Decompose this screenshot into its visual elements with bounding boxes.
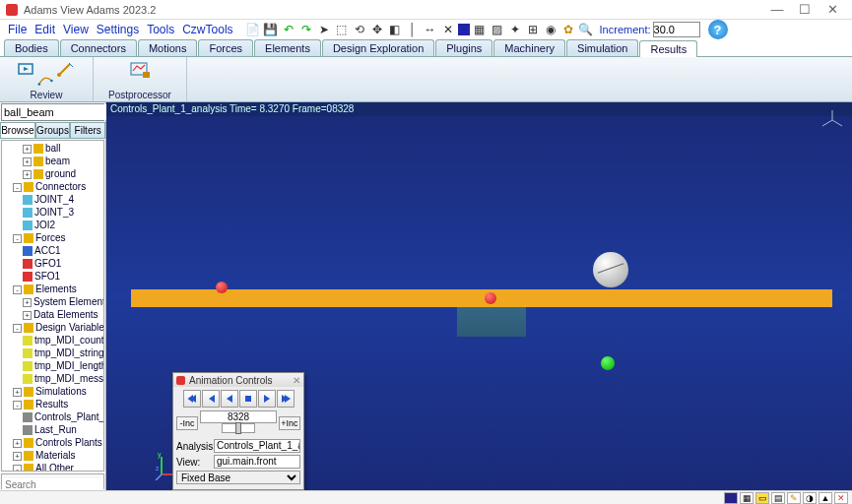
fill-icon[interactable] — [458, 24, 470, 35]
tab-bodies[interactable]: Bodies — [4, 39, 59, 56]
tree-materials[interactable]: +Materials — [3, 449, 102, 462]
tree-connectors[interactable]: -Connectors — [3, 180, 102, 193]
tab-motions[interactable]: Motions — [138, 39, 198, 56]
status-icon-5[interactable]: ✎ — [787, 492, 801, 504]
scrubber-thumb[interactable] — [235, 422, 241, 434]
tree-results-last[interactable]: Last_Run — [3, 423, 102, 436]
rewind-start-button[interactable] — [183, 390, 201, 408]
curve-icon[interactable] — [36, 72, 56, 90]
sidebar-tab-browse[interactable]: Browse — [0, 122, 35, 139]
model-selector[interactable]: ▼ — [1, 103, 104, 121]
tree-dv-string[interactable]: tmp_MDI_string — [3, 346, 102, 359]
new-icon[interactable]: 📄 — [245, 22, 261, 37]
tree-item-beam[interactable]: +beam — [3, 155, 102, 167]
postprocessor-icon[interactable] — [129, 60, 151, 80]
status-icon-2[interactable]: ▦ — [740, 492, 754, 504]
tab-connectors[interactable]: Connectors — [60, 39, 137, 56]
sidebar-tab-filters[interactable]: Filters — [70, 122, 105, 139]
tab-forces[interactable]: Forces — [198, 39, 253, 56]
frame-scrubber[interactable] — [222, 423, 255, 433]
tree-item-ball[interactable]: +ball — [3, 142, 102, 155]
dialog-header[interactable]: Animation Controls ✕ — [173, 373, 303, 387]
tree-item-acc1[interactable]: ACC1 — [3, 244, 102, 257]
help-button[interactable]: ? — [708, 20, 728, 39]
tree-all-other[interactable]: -All Other — [3, 462, 102, 472]
center-icon[interactable]: ✦ — [507, 22, 523, 37]
pan-icon[interactable]: ✥ — [369, 22, 385, 37]
tree-elements[interactable]: -Elements — [3, 283, 102, 295]
tree-forces[interactable]: -Forces — [3, 231, 102, 244]
tree-results[interactable]: -Results — [3, 398, 102, 410]
redo-icon[interactable]: ↷ — [298, 22, 314, 37]
axis-icon[interactable]: ⊞ — [525, 22, 541, 37]
save-icon[interactable]: 💾 — [263, 22, 279, 37]
stop-button[interactable] — [239, 390, 257, 408]
tab-simulation[interactable]: Simulation — [566, 39, 638, 56]
sidebar-tab-groups[interactable]: Groups — [35, 122, 71, 139]
menu-czwtools[interactable]: CzwTools — [178, 23, 236, 36]
tree-controls-plants[interactable]: +Controls Plants — [3, 436, 102, 449]
step-back-button[interactable] — [202, 390, 220, 408]
tree-item-sfo1[interactable]: SFO1 — [3, 270, 102, 283]
select-icon[interactable]: ⬚ — [334, 22, 350, 37]
tree-item-ground[interactable]: +ground — [3, 167, 102, 180]
tree-dv-count[interactable]: tmp_MDI_count — [3, 334, 102, 346]
close-button[interactable]: ✕ — [819, 1, 846, 19]
animate-icon[interactable] — [17, 60, 36, 80]
play-back-button[interactable] — [221, 390, 238, 408]
tree-results-cp1[interactable]: Controls_Plant_1_analysis — [3, 410, 102, 423]
cube-icon[interactable]: ◧ — [387, 22, 403, 37]
tab-plugins[interactable]: Plugins — [435, 39, 492, 56]
play-forward-button[interactable] — [258, 390, 276, 408]
status-icon-6[interactable]: ◑ — [803, 492, 817, 504]
frame-dec-button[interactable]: -Inc — [176, 416, 198, 430]
tab-design-exploration[interactable]: Design Exploration — [322, 39, 434, 56]
tree-simulations[interactable]: +Simulations — [3, 385, 102, 398]
tree-item-joint3[interactable]: JOINT_3 — [3, 206, 102, 219]
view-triad-icon[interactable] — [820, 108, 844, 132]
dialog-close-icon[interactable]: ✕ — [293, 375, 300, 386]
eye-icon[interactable]: ◉ — [543, 22, 558, 37]
tree-dv-msg[interactable]: tmp_MDI_message — [3, 372, 102, 385]
menu-file[interactable]: File — [4, 23, 31, 36]
tree-dv-length[interactable]: tmp_MDI_length — [3, 359, 102, 372]
model-tree[interactable]: +ball +beam +ground -Connectors JOINT_4 … — [1, 140, 104, 472]
tree-design-vars[interactable]: -Design Variables — [3, 321, 102, 334]
undo-icon[interactable]: ↶ — [281, 22, 296, 37]
menu-edit[interactable]: Edit — [31, 23, 59, 36]
tree-item-dataelem[interactable]: +Data Elements — [3, 308, 102, 321]
status-icon-3[interactable]: ▭ — [755, 492, 769, 504]
tab-elements[interactable]: Elements — [254, 39, 321, 56]
zoom-out-icon[interactable]: 🔍 — [578, 22, 594, 37]
forward-end-button[interactable] — [277, 390, 295, 408]
status-icon-1[interactable] — [724, 492, 738, 504]
menu-view[interactable]: View — [59, 23, 93, 36]
menu-settings[interactable]: Settings — [93, 23, 143, 36]
increment-input[interactable] — [653, 22, 700, 37]
minimize-button[interactable]: — — [763, 1, 791, 19]
tab-machinery[interactable]: Machinery — [493, 39, 565, 56]
tree-item-gfo1[interactable]: GFO1 — [3, 257, 102, 270]
status-icon-7[interactable]: ▲ — [819, 492, 832, 504]
frame-inc-button[interactable]: +Inc — [279, 416, 300, 430]
rotate-icon[interactable]: ⟲ — [352, 22, 367, 37]
analysis-field[interactable]: Controls_Plant_1_analysis — [214, 439, 300, 453]
menu-tools[interactable]: Tools — [143, 23, 178, 36]
tree-item-joi2[interactable]: JOI2 — [3, 219, 102, 231]
gear-icon[interactable]: ✿ — [560, 22, 576, 37]
animation-controls-dialog[interactable]: Animation Controls ✕ -Inc 8328 +Inc Anal… — [172, 372, 304, 490]
measure-tool-icon[interactable] — [56, 60, 76, 80]
status-icon-8[interactable]: ✕ — [834, 492, 848, 504]
wire-icon[interactable]: ▨ — [490, 22, 505, 37]
view-field[interactable]: gui.main.front — [214, 455, 300, 469]
grid-icon[interactable]: ▦ — [472, 22, 488, 37]
tab-results[interactable]: Results — [639, 40, 697, 57]
tree-item-syselem[interactable]: +System Elements — [3, 295, 102, 308]
tree-item-joint4[interactable]: JOINT_4 — [3, 193, 102, 206]
measure-icon[interactable]: ↔ — [423, 22, 438, 37]
status-icon-4[interactable]: ▤ — [771, 492, 785, 504]
base-select[interactable]: Fixed Base — [176, 471, 300, 484]
pointer-icon[interactable]: ➤ — [316, 22, 332, 37]
link-icon[interactable]: ✕ — [440, 22, 456, 37]
tree-search[interactable] — [1, 473, 104, 489]
